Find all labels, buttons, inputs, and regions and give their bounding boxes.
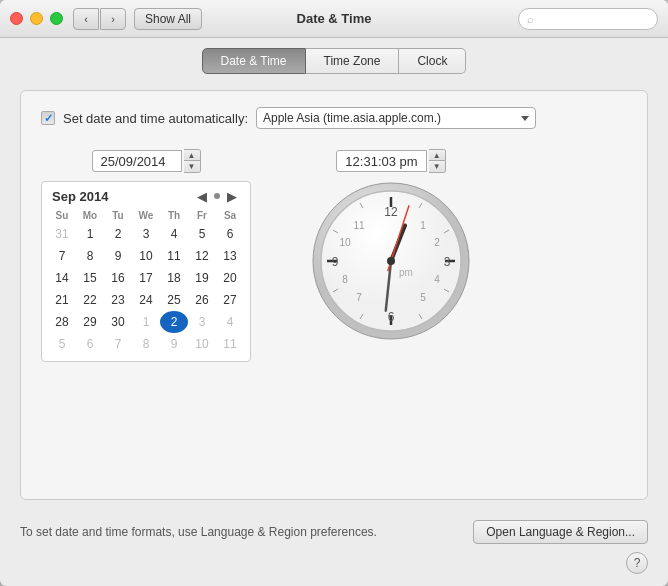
calendar-day[interactable]: 6 bbox=[76, 333, 104, 355]
calendar-day[interactable]: 13 bbox=[216, 245, 244, 267]
svg-text:3: 3 bbox=[444, 255, 451, 269]
tabs: Date & Time Time Zone Clock bbox=[20, 48, 648, 74]
calendar-day[interactable]: 20 bbox=[216, 267, 244, 289]
calendar-day[interactable]: 3 bbox=[188, 311, 216, 333]
calendar-day[interactable]: 14 bbox=[48, 267, 76, 289]
tab-date-time[interactable]: Date & Time bbox=[202, 48, 306, 74]
calendar-day[interactable]: 9 bbox=[104, 245, 132, 267]
calendar-day[interactable]: 8 bbox=[76, 245, 104, 267]
auto-set-row: Set date and time automatically: Apple A… bbox=[41, 107, 627, 129]
svg-text:11: 11 bbox=[353, 220, 365, 231]
svg-text:6: 6 bbox=[388, 310, 395, 324]
calendar-day[interactable]: 11 bbox=[216, 333, 244, 355]
traffic-lights bbox=[10, 12, 63, 25]
time-section: 12:31:03 pm ▲ ▼ bbox=[311, 149, 471, 341]
calendar-week: 567891011 bbox=[48, 333, 244, 355]
calendar-day[interactable]: 7 bbox=[48, 245, 76, 267]
svg-text:4: 4 bbox=[434, 274, 440, 285]
svg-text:7: 7 bbox=[356, 292, 362, 303]
date-down-button[interactable]: ▼ bbox=[184, 161, 200, 172]
calendar-day[interactable]: 27 bbox=[216, 289, 244, 311]
window-title: Date & Time bbox=[297, 11, 372, 26]
calendar-day[interactable]: 5 bbox=[188, 223, 216, 245]
calendar-day[interactable]: 6 bbox=[216, 223, 244, 245]
time-up-button[interactable]: ▲ bbox=[429, 150, 445, 161]
analog-clock: 12 3 6 9 1 2 4 5 7 8 10 11 bbox=[311, 181, 471, 341]
time-spinner: 12:31:03 pm ▲ ▼ bbox=[336, 149, 445, 173]
calendar-day[interactable]: 7 bbox=[104, 333, 132, 355]
calendar-day[interactable]: 10 bbox=[188, 333, 216, 355]
clock-svg: 12 3 6 9 1 2 4 5 7 8 10 11 bbox=[311, 181, 471, 341]
back-button[interactable]: ‹ bbox=[73, 8, 99, 30]
calendar-day[interactable]: 23 bbox=[104, 289, 132, 311]
auto-set-label: Set date and time automatically: bbox=[63, 111, 248, 126]
calendar-weekdays: Su Mo Tu We Th Fr Sa bbox=[48, 208, 244, 223]
open-language-region-button[interactable]: Open Language & Region... bbox=[473, 520, 648, 544]
calendar-day[interactable]: 2 bbox=[160, 311, 188, 333]
calendar-day[interactable]: 29 bbox=[76, 311, 104, 333]
calendar-header: Sep 2014 ◀ ▶ bbox=[48, 188, 244, 204]
help-row: ? bbox=[0, 552, 668, 586]
date-value: 25/09/2014 bbox=[92, 150, 182, 172]
calendar-day[interactable]: 24 bbox=[132, 289, 160, 311]
calendar-day[interactable]: 12 bbox=[188, 245, 216, 267]
svg-text:9: 9 bbox=[332, 255, 339, 269]
svg-text:2: 2 bbox=[434, 237, 440, 248]
calendar-day[interactable]: 9 bbox=[160, 333, 188, 355]
calendar-day[interactable]: 31 bbox=[48, 223, 76, 245]
calendar-day[interactable]: 1 bbox=[132, 311, 160, 333]
date-section: 25/09/2014 ▲ ▼ Sep 2014 ◀ bbox=[41, 149, 251, 362]
calendar-today-dot bbox=[214, 193, 220, 199]
maximize-button[interactable] bbox=[50, 12, 63, 25]
date-up-button[interactable]: ▲ bbox=[184, 150, 200, 161]
tab-time-zone[interactable]: Time Zone bbox=[306, 48, 400, 74]
weekday-mo: Mo bbox=[76, 208, 104, 223]
search-input[interactable] bbox=[538, 12, 649, 26]
svg-text:12: 12 bbox=[384, 205, 398, 219]
weekday-tu: Tu bbox=[104, 208, 132, 223]
svg-text:10: 10 bbox=[339, 237, 351, 248]
calendar-week: 31123456 bbox=[48, 223, 244, 245]
calendar-next-button[interactable]: ▶ bbox=[224, 188, 240, 204]
minimize-button[interactable] bbox=[30, 12, 43, 25]
calendar-day[interactable]: 18 bbox=[160, 267, 188, 289]
calendar-day[interactable]: 5 bbox=[48, 333, 76, 355]
server-dropdown[interactable]: Apple Asia (time.asia.apple.com.) bbox=[256, 107, 536, 129]
calendar-day[interactable]: 2 bbox=[104, 223, 132, 245]
calendar-day[interactable]: 4 bbox=[216, 311, 244, 333]
calendar-day[interactable]: 30 bbox=[104, 311, 132, 333]
calendar-day[interactable]: 26 bbox=[188, 289, 216, 311]
calendar-day[interactable]: 1 bbox=[76, 223, 104, 245]
calendar-day[interactable]: 17 bbox=[132, 267, 160, 289]
time-down-button[interactable]: ▼ bbox=[429, 161, 445, 172]
calendar-day[interactable]: 25 bbox=[160, 289, 188, 311]
calendar-week: 21222324252627 bbox=[48, 289, 244, 311]
time-spinner-buttons: ▲ ▼ bbox=[429, 149, 446, 173]
calendar-day[interactable]: 28 bbox=[48, 311, 76, 333]
calendar-day[interactable]: 16 bbox=[104, 267, 132, 289]
calendar-week: 14151617181920 bbox=[48, 267, 244, 289]
calendar-prev-button[interactable]: ◀ bbox=[194, 188, 210, 204]
calendar-day[interactable]: 11 bbox=[160, 245, 188, 267]
calendar-day[interactable]: 4 bbox=[160, 223, 188, 245]
svg-text:1: 1 bbox=[420, 220, 426, 231]
calendar-day[interactable]: 22 bbox=[76, 289, 104, 311]
calendar-day[interactable]: 8 bbox=[132, 333, 160, 355]
search-box[interactable]: ⌕ bbox=[518, 8, 658, 30]
forward-button[interactable]: › bbox=[100, 8, 126, 30]
nav-buttons: ‹ › bbox=[73, 8, 126, 30]
calendar-day[interactable]: 21 bbox=[48, 289, 76, 311]
calendar-day[interactable]: 3 bbox=[132, 223, 160, 245]
calendar-day[interactable]: 19 bbox=[188, 267, 216, 289]
main-content: Date & Time Time Zone Clock Set date and… bbox=[0, 38, 668, 520]
calendar-day[interactable]: 15 bbox=[76, 267, 104, 289]
calendar-body: 3112345678910111213141516171819202122232… bbox=[48, 223, 244, 355]
calendar-day[interactable]: 10 bbox=[132, 245, 160, 267]
close-button[interactable] bbox=[10, 12, 23, 25]
show-all-button[interactable]: Show All bbox=[134, 8, 202, 30]
tab-clock[interactable]: Clock bbox=[399, 48, 466, 74]
auto-set-checkbox[interactable] bbox=[41, 111, 55, 125]
calendar: Sep 2014 ◀ ▶ Su Mo bbox=[41, 181, 251, 362]
footer: To set date and time formats, use Langua… bbox=[0, 520, 668, 552]
help-button[interactable]: ? bbox=[626, 552, 648, 574]
